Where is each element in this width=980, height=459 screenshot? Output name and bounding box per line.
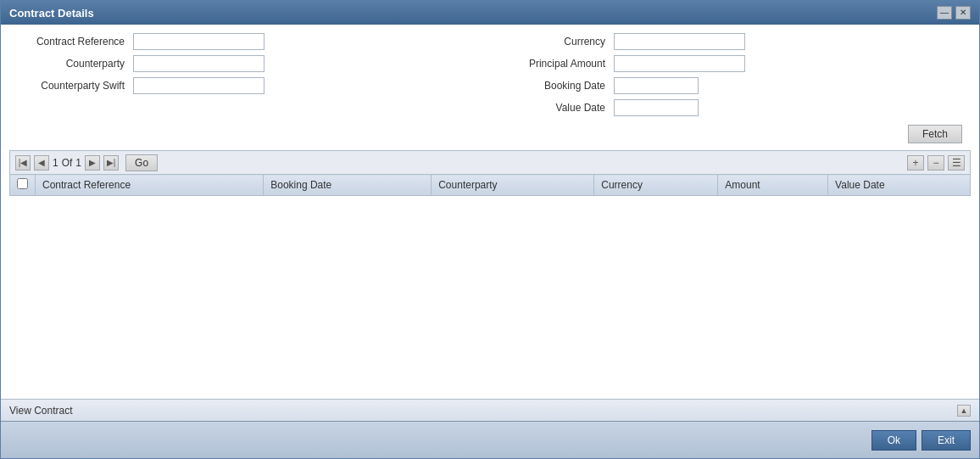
counterparty-swift-row: Counterparty Swift [9,77,490,94]
content-area: Contract Reference Counterparty Counterp… [1,25,979,399]
ok-button[interactable]: Ok [871,430,916,451]
next-page-button[interactable]: ▶ [85,155,100,171]
col-value-date: Value Date [828,175,971,196]
counterparty-swift-label: Counterparty Swift [9,80,128,92]
add-row-button[interactable]: + [907,155,924,171]
value-date-input[interactable] [614,99,699,116]
grid-pagination: |◀ ◀ 1 Of 1 ▶ ▶| Go [15,154,158,171]
grid-header-row: Contract Reference Booking Date Counterp… [10,175,971,196]
grid-container: Contract Reference Booking Date Counterp… [9,174,971,390]
menu-button[interactable]: ☰ [948,155,965,171]
principal-amount-row: Principal Amount [490,55,971,72]
currency-label: Currency [490,36,609,48]
contract-reference-label: Contract Reference [9,36,128,48]
collapse-button[interactable]: ▲ [957,405,971,417]
col-currency: Currency [594,175,718,196]
fetch-button[interactable]: Fetch [908,125,962,143]
contract-reference-row: Contract Reference [9,33,490,50]
col-contract-reference: Contract Reference [36,175,264,196]
select-all-checkbox[interactable] [17,178,28,189]
form-left: Contract Reference Counterparty Counterp… [9,33,490,143]
counterparty-row: Counterparty [9,55,490,72]
counterparty-label: Counterparty [9,58,128,70]
principal-amount-input[interactable] [614,55,745,72]
action-buttons: Ok Exit [871,430,971,451]
title-bar: Contract Details — ✕ [1,1,979,25]
value-date-label: Value Date [490,102,609,114]
first-page-button[interactable]: |◀ [15,155,31,171]
principal-amount-label: Principal Amount [490,58,609,70]
window-controls: — ✕ [937,6,971,20]
minimize-button[interactable]: — [937,6,952,20]
last-page-button[interactable]: ▶| [103,155,119,171]
view-contract-section: View Contract ▲ [1,399,979,421]
of-label: Of [62,157,73,169]
total-pages: 1 [75,157,81,169]
currency-input[interactable] [614,33,745,50]
col-amount: Amount [718,175,828,196]
counterparty-input[interactable] [133,55,264,72]
current-page: 1 [53,157,58,169]
value-date-row: Value Date [490,99,971,116]
go-button[interactable]: Go [125,154,158,171]
form-right: Currency Principal Amount Booking Date V… [490,33,971,143]
remove-row-button[interactable]: − [927,155,944,171]
contract-reference-input[interactable] [133,33,264,50]
counterparty-swift-input[interactable] [133,77,264,94]
prev-page-button[interactable]: ◀ [34,155,49,171]
view-contract-label: View Contract [9,405,72,417]
fetch-row: Fetch [490,125,971,143]
booking-date-input[interactable] [614,77,699,94]
booking-date-label: Booking Date [490,80,609,92]
currency-row: Currency [490,33,971,50]
grid-table: Contract Reference Booking Date Counterp… [9,174,971,196]
booking-date-row: Booking Date [490,77,971,94]
window-title: Contract Details [9,7,94,20]
form-section: Contract Reference Counterparty Counterp… [9,33,971,143]
contract-details-window: Contract Details — ✕ Contract Reference … [0,0,980,459]
grid-toolbar: |◀ ◀ 1 Of 1 ▶ ▶| Go + − ☰ [9,150,971,174]
col-counterparty: Counterparty [432,175,594,196]
bottom-bar: Ok Exit [1,421,979,458]
checkbox-header [10,175,36,196]
grid-actions: + − ☰ [907,155,965,171]
exit-button[interactable]: Exit [922,430,971,451]
close-button[interactable]: ✕ [955,6,971,20]
col-booking-date: Booking Date [264,175,432,196]
